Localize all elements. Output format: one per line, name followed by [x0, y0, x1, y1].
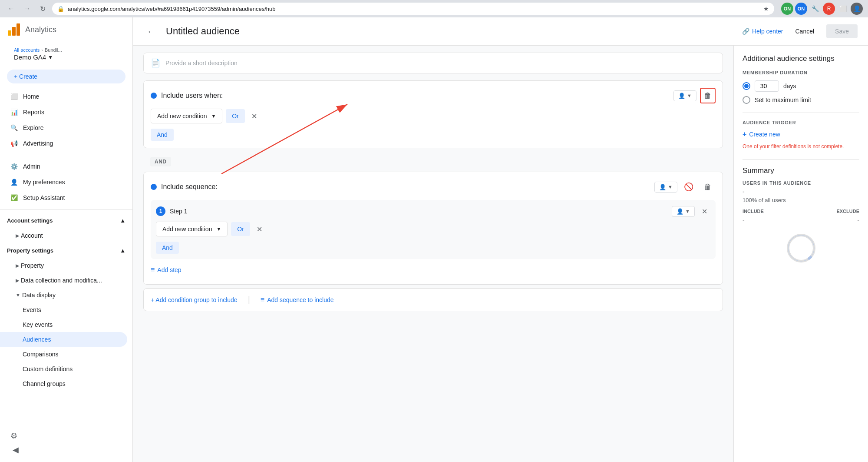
- delete-sequence-button[interactable]: 🗑: [700, 179, 716, 195]
- blue-dot-2: [151, 184, 157, 190]
- help-center-button[interactable]: 🔗 Help center: [742, 28, 783, 35]
- trash-icon-2: 🗑: [704, 183, 712, 192]
- membership-duration-label: MEMBERSHIP DURATION: [743, 70, 859, 75]
- browser-forward-btn[interactable]: →: [21, 3, 33, 15]
- remove-condition-button-1[interactable]: ✕: [248, 110, 261, 122]
- audience-builder: 📄 Provide a short description Include us…: [133, 46, 733, 462]
- duration-options: days Set to maximum limit: [743, 80, 859, 104]
- app-container: Analytics All accounts › Bundil... Demo …: [0, 17, 868, 462]
- add-sequence-button[interactable]: ≡ Add sequence to include: [261, 296, 334, 304]
- add-condition-button-1[interactable]: Add new condition ▼: [151, 109, 222, 123]
- browser-extension-icons: ON ON 🔧 R ⬜ 👤: [781, 3, 863, 15]
- url-text: analytics.google.com/analytics/web/#a691…: [68, 6, 760, 12]
- or-button-2[interactable]: Or: [231, 222, 250, 236]
- sidebar-item-admin[interactable]: ⚙️ Admin: [0, 159, 127, 174]
- collapse-sidebar-button[interactable]: ◀: [9, 443, 23, 457]
- sidebar-item-advertising[interactable]: 📢 Advertising: [0, 136, 127, 151]
- settings-gear-button[interactable]: ⚙: [7, 429, 21, 443]
- sidebar-item-channel-groups[interactable]: Channel groups: [0, 376, 127, 391]
- duration-radio-max[interactable]: [743, 96, 750, 104]
- sequence-options-button[interactable]: 🚫: [681, 179, 696, 195]
- scope-chevron: ▼: [687, 93, 692, 98]
- step-and-button[interactable]: And: [156, 242, 179, 254]
- breadcrumb-area: All accounts › Bundil... Demo GA4 ▼: [0, 42, 132, 64]
- add-step-button[interactable]: ≡ Add step: [151, 263, 182, 277]
- address-bar[interactable]: 🔒 analytics.google.com/analytics/web/#a6…: [52, 3, 774, 15]
- page-title: Untitled audience: [166, 26, 735, 37]
- days-label: days: [783, 83, 796, 90]
- sidebar-item-setup[interactable]: ✅ Setup Assistant: [0, 190, 127, 206]
- plus-icon: +: [743, 130, 746, 138]
- step-scope-selector[interactable]: 👤 ▼: [672, 206, 695, 217]
- add-condition-group-button[interactable]: + Add condition group to include: [151, 296, 238, 303]
- property-settings-label: Property settings: [7, 247, 53, 254]
- description-bar[interactable]: 📄 Provide a short description: [143, 53, 723, 73]
- or-button-1[interactable]: Or: [226, 109, 245, 123]
- dropdown-icon-2: ▼: [216, 226, 221, 232]
- sidebar-item-account[interactable]: ▶ Account: [0, 228, 127, 243]
- add-condition-label-1: Add new condition: [157, 113, 207, 120]
- create-new-button[interactable]: + Create new: [743, 130, 780, 138]
- ext-btn-3[interactable]: 🔧: [809, 3, 821, 15]
- add-condition-group-label: + Add condition group to include: [151, 296, 238, 303]
- duration-radio-days[interactable]: [743, 82, 750, 90]
- delete-block-button[interactable]: 🗑: [700, 88, 716, 103]
- account-settings-header[interactable]: Account settings ▲: [0, 213, 132, 228]
- create-button[interactable]: + Create: [7, 70, 125, 83]
- sequence-scope-selector[interactable]: 👤 ▼: [654, 182, 677, 193]
- days-input[interactable]: [755, 80, 779, 92]
- include-sequence-title-area: Include sequence:: [151, 183, 218, 191]
- help-icon: 🔗: [742, 28, 749, 35]
- remove-step-button[interactable]: ✕: [698, 205, 710, 217]
- step-condition-row: Add new condition ▼ Or ✕: [156, 222, 710, 236]
- property-settings-header[interactable]: Property settings ▲: [0, 243, 132, 258]
- scope-chevron-2: ▼: [668, 184, 673, 189]
- sidebar-item-custom-definitions[interactable]: Custom definitions: [0, 362, 127, 376]
- ext-btn-2[interactable]: ON: [795, 3, 807, 15]
- breadcrumb-sep: ›: [41, 47, 43, 53]
- sidebar-item-data-collection-label: Data collection and modifica...: [21, 277, 102, 284]
- profile-btn[interactable]: 👤: [851, 3, 863, 15]
- sidebar-item-preferences[interactable]: 👤 My preferences: [0, 174, 127, 190]
- include-users-title: Include users when:: [161, 92, 223, 100]
- sidebar-top: Analytics: [0, 17, 132, 42]
- sidebar-item-admin-label: Admin: [23, 163, 40, 170]
- cancel-button[interactable]: Cancel: [788, 24, 821, 38]
- sidebar-item-comparisons[interactable]: Comparisons: [0, 347, 127, 362]
- browser-back-btn[interactable]: ←: [5, 3, 17, 15]
- users-percent: 100% of all users: [743, 197, 859, 203]
- property-selector[interactable]: Demo GA4 ▼: [7, 53, 125, 64]
- sidebar-item-home-label: Home: [23, 93, 39, 100]
- add-step-condition-button[interactable]: Add new condition ▼: [156, 222, 228, 236]
- remove-step-condition-button[interactable]: ✕: [254, 223, 266, 235]
- sidebar-item-events[interactable]: Events: [0, 302, 127, 317]
- bottom-action-bar: + Add condition group to include | ≡ Add…: [143, 288, 723, 311]
- person-icon-2: 👤: [659, 184, 666, 190]
- sidebar-item-property[interactable]: ▶ Property: [0, 258, 127, 273]
- main-content: ← Untitled audience 🔗 Help center Cancel…: [133, 17, 868, 462]
- browser-refresh-btn[interactable]: ↻: [36, 3, 49, 15]
- sidebar-item-reports[interactable]: 📊 Reports: [0, 104, 127, 120]
- sidebar-item-data-display[interactable]: ▼ Data display: [0, 288, 127, 302]
- sidebar-item-comparisons-label: Comparisons: [23, 351, 58, 358]
- sidebar-item-account-label: Account: [21, 232, 43, 239]
- breadcrumb-all-accounts: All accounts: [14, 47, 40, 53]
- and-button-1[interactable]: And: [151, 129, 174, 141]
- ext-btn-5[interactable]: ⬜: [837, 3, 849, 15]
- add-step-condition-label: Add new condition: [162, 226, 212, 233]
- sidebar-item-explore[interactable]: 🔍 Explore: [0, 120, 127, 136]
- sidebar-item-audiences[interactable]: Audiences: [0, 332, 127, 347]
- include-exclude-header: INCLUDE EXCLUDE: [743, 209, 859, 214]
- ext-btn-4[interactable]: R: [823, 3, 835, 15]
- breadcrumb-account: Bundil...: [45, 47, 62, 53]
- sidebar-item-home[interactable]: ⬜ Home: [0, 89, 127, 104]
- advertising-icon: 📢: [10, 140, 18, 147]
- sidebar-item-key-events[interactable]: Key events: [0, 317, 127, 332]
- user-scope-selector[interactable]: 👤 ▼: [673, 90, 696, 101]
- sidebar-item-data-collection[interactable]: ▶ Data collection and modifica...: [0, 273, 127, 288]
- donut-chart: [775, 231, 827, 266]
- ext-btn-1[interactable]: ON: [781, 3, 793, 15]
- back-button[interactable]: ←: [143, 23, 159, 39]
- sidebar-item-setup-label: Setup Assistant: [23, 194, 65, 201]
- sidebar-bottom: ⚙ ◀: [0, 424, 132, 462]
